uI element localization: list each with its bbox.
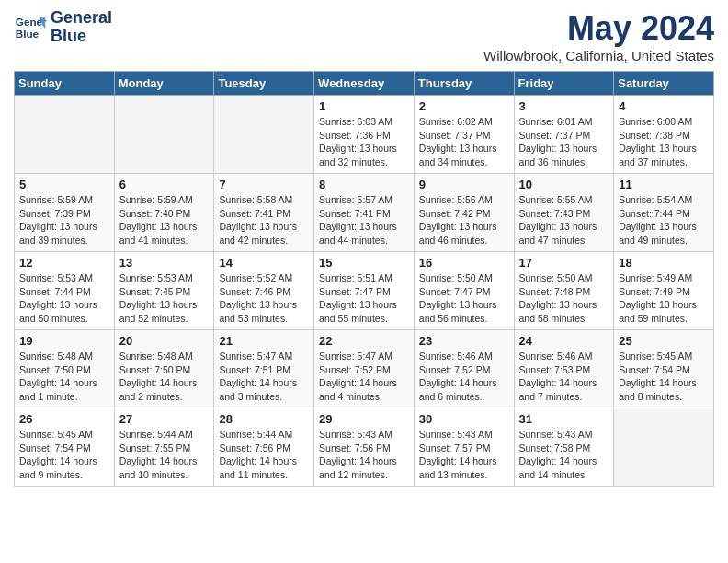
calendar-day-cell: 23Sunrise: 5:46 AMSunset: 7:52 PMDayligh… (414, 330, 514, 408)
col-header-tuesday: Tuesday (214, 72, 314, 96)
calendar-day-cell: 31Sunrise: 5:43 AMSunset: 7:58 PMDayligh… (514, 408, 614, 487)
calendar-day-cell: 9Sunrise: 5:56 AMSunset: 7:42 PMDaylight… (414, 174, 514, 252)
day-number: 29 (319, 412, 409, 426)
day-number: 28 (219, 412, 309, 426)
day-info: Sunrise: 5:49 AMSunset: 7:49 PMDaylight:… (619, 271, 709, 326)
day-info: Sunrise: 5:47 AMSunset: 7:51 PMDaylight:… (219, 350, 309, 404)
svg-text:Blue: Blue (16, 28, 40, 40)
calendar-day-cell: 28Sunrise: 5:44 AMSunset: 7:56 PMDayligh… (214, 408, 314, 487)
col-header-thursday: Thursday (414, 72, 514, 96)
day-info: Sunrise: 5:50 AMSunset: 7:47 PMDaylight:… (419, 271, 509, 326)
calendar-day-cell: 29Sunrise: 5:43 AMSunset: 7:56 PMDayligh… (314, 408, 415, 487)
day-info: Sunrise: 5:44 AMSunset: 7:56 PMDaylight:… (219, 428, 309, 482)
calendar-day-cell: 12Sunrise: 5:53 AMSunset: 7:44 PMDayligh… (15, 252, 115, 330)
day-info: Sunrise: 5:48 AMSunset: 7:50 PMDaylight:… (19, 350, 109, 404)
day-number: 14 (219, 256, 309, 270)
day-number: 6 (119, 178, 210, 191)
day-info: Sunrise: 5:53 AMSunset: 7:44 PMDaylight:… (19, 271, 109, 326)
calendar-day-cell: 16Sunrise: 5:50 AMSunset: 7:47 PMDayligh… (414, 252, 514, 330)
day-info: Sunrise: 5:46 AMSunset: 7:52 PMDaylight:… (419, 350, 509, 404)
calendar-day-cell (15, 96, 115, 174)
calendar-day-cell: 18Sunrise: 5:49 AMSunset: 7:49 PMDayligh… (614, 252, 714, 330)
calendar-day-cell: 10Sunrise: 5:55 AMSunset: 7:43 PMDayligh… (514, 174, 614, 252)
title-block: May 2024 Willowbrook, California, United… (483, 9, 714, 63)
day-number: 21 (219, 334, 309, 348)
day-info: Sunrise: 5:43 AMSunset: 7:56 PMDaylight:… (319, 428, 409, 482)
calendar-day-cell: 24Sunrise: 5:46 AMSunset: 7:53 PMDayligh… (514, 330, 614, 408)
calendar-week-row: 26Sunrise: 5:45 AMSunset: 7:54 PMDayligh… (15, 408, 714, 487)
location: Willowbrook, California, United States (483, 48, 714, 63)
day-info: Sunrise: 5:55 AMSunset: 7:43 PMDaylight:… (519, 193, 609, 247)
page-header: General Blue General Blue May 2024 Willo… (14, 9, 714, 63)
day-number: 10 (519, 178, 609, 191)
logo-icon: General Blue (14, 11, 47, 44)
day-number: 17 (519, 256, 609, 270)
calendar-day-cell: 15Sunrise: 5:51 AMSunset: 7:47 PMDayligh… (314, 252, 415, 330)
day-number: 19 (19, 334, 109, 348)
day-number: 8 (319, 178, 409, 191)
day-number: 13 (119, 256, 210, 270)
col-header-monday: Monday (114, 72, 214, 96)
day-info: Sunrise: 5:50 AMSunset: 7:48 PMDaylight:… (519, 271, 609, 326)
day-info: Sunrise: 5:58 AMSunset: 7:41 PMDaylight:… (219, 193, 309, 247)
day-number: 27 (119, 412, 210, 426)
day-info: Sunrise: 5:53 AMSunset: 7:45 PMDaylight:… (119, 271, 210, 326)
day-info: Sunrise: 5:59 AMSunset: 7:39 PMDaylight:… (19, 193, 109, 247)
day-number: 30 (419, 412, 509, 426)
day-number: 22 (319, 334, 409, 348)
calendar-day-cell: 3Sunrise: 6:01 AMSunset: 7:37 PMDaylight… (514, 96, 614, 174)
col-header-sunday: Sunday (15, 72, 115, 96)
day-number: 20 (119, 334, 210, 348)
calendar-week-row: 19Sunrise: 5:48 AMSunset: 7:50 PMDayligh… (15, 330, 714, 408)
day-number: 26 (19, 412, 109, 426)
day-number: 16 (419, 256, 509, 270)
calendar-day-cell: 6Sunrise: 5:59 AMSunset: 7:40 PMDaylight… (114, 174, 214, 252)
calendar-day-cell: 8Sunrise: 5:57 AMSunset: 7:41 PMDaylight… (314, 174, 415, 252)
calendar-day-cell: 17Sunrise: 5:50 AMSunset: 7:48 PMDayligh… (514, 252, 614, 330)
calendar-day-cell (114, 96, 214, 174)
day-info: Sunrise: 5:43 AMSunset: 7:58 PMDaylight:… (519, 428, 609, 482)
day-info: Sunrise: 5:46 AMSunset: 7:53 PMDaylight:… (519, 350, 609, 404)
day-number: 23 (419, 334, 509, 348)
day-info: Sunrise: 5:47 AMSunset: 7:52 PMDaylight:… (319, 350, 409, 404)
calendar-day-cell: 25Sunrise: 5:45 AMSunset: 7:54 PMDayligh… (614, 330, 714, 408)
calendar-day-cell: 4Sunrise: 6:00 AMSunset: 7:38 PMDaylight… (614, 96, 714, 174)
calendar-day-cell: 22Sunrise: 5:47 AMSunset: 7:52 PMDayligh… (314, 330, 415, 408)
calendar-day-cell: 27Sunrise: 5:44 AMSunset: 7:55 PMDayligh… (114, 408, 214, 487)
calendar-day-cell: 30Sunrise: 5:43 AMSunset: 7:57 PMDayligh… (414, 408, 514, 487)
day-info: Sunrise: 5:45 AMSunset: 7:54 PMDaylight:… (619, 350, 709, 404)
day-info: Sunrise: 6:00 AMSunset: 7:38 PMDaylight:… (619, 115, 709, 169)
day-info: Sunrise: 5:48 AMSunset: 7:50 PMDaylight:… (119, 350, 210, 404)
day-info: Sunrise: 6:02 AMSunset: 7:37 PMDaylight:… (419, 115, 509, 169)
calendar-table: SundayMondayTuesdayWednesdayThursdayFrid… (14, 71, 714, 487)
day-number: 1 (319, 99, 409, 113)
calendar-day-cell: 20Sunrise: 5:48 AMSunset: 7:50 PMDayligh… (114, 330, 214, 408)
day-number: 15 (319, 256, 409, 270)
calendar-day-cell (214, 96, 314, 174)
calendar-day-cell: 2Sunrise: 6:02 AMSunset: 7:37 PMDaylight… (414, 96, 514, 174)
month-title: May 2024 (483, 9, 714, 48)
day-info: Sunrise: 5:57 AMSunset: 7:41 PMDaylight:… (319, 193, 409, 247)
day-number: 2 (419, 99, 509, 113)
calendar-week-row: 5Sunrise: 5:59 AMSunset: 7:39 PMDaylight… (15, 174, 714, 252)
day-number: 24 (519, 334, 609, 348)
day-number: 5 (19, 178, 109, 191)
day-info: Sunrise: 5:51 AMSunset: 7:47 PMDaylight:… (319, 271, 409, 326)
day-number: 25 (619, 334, 709, 348)
day-info: Sunrise: 5:45 AMSunset: 7:54 PMDaylight:… (19, 428, 109, 482)
logo-text: General Blue (51, 9, 112, 46)
day-info: Sunrise: 5:52 AMSunset: 7:46 PMDaylight:… (219, 271, 309, 326)
day-number: 3 (519, 99, 609, 113)
calendar-day-cell: 11Sunrise: 5:54 AMSunset: 7:44 PMDayligh… (614, 174, 714, 252)
calendar-day-cell: 19Sunrise: 5:48 AMSunset: 7:50 PMDayligh… (15, 330, 115, 408)
day-info: Sunrise: 5:54 AMSunset: 7:44 PMDaylight:… (619, 193, 709, 247)
day-number: 7 (219, 178, 309, 191)
calendar-day-cell: 7Sunrise: 5:58 AMSunset: 7:41 PMDaylight… (214, 174, 314, 252)
day-info: Sunrise: 6:01 AMSunset: 7:37 PMDaylight:… (519, 115, 609, 169)
logo: General Blue General Blue (14, 9, 112, 46)
calendar-day-cell: 14Sunrise: 5:52 AMSunset: 7:46 PMDayligh… (214, 252, 314, 330)
calendar-week-row: 1Sunrise: 6:03 AMSunset: 7:36 PMDaylight… (15, 96, 714, 174)
day-number: 18 (619, 256, 709, 270)
col-header-saturday: Saturday (614, 72, 714, 96)
calendar-day-cell: 1Sunrise: 6:03 AMSunset: 7:36 PMDaylight… (314, 96, 415, 174)
